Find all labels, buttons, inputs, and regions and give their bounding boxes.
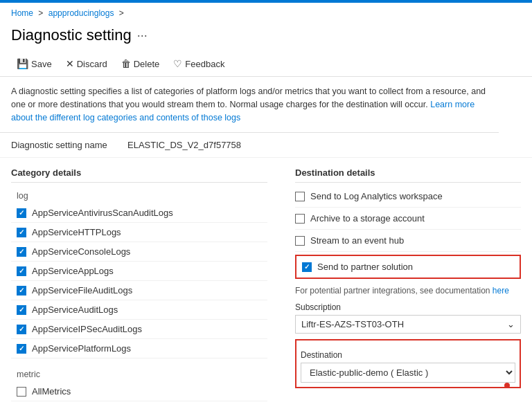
list-item: AppServiceConsoleLogs	[11, 242, 267, 262]
dest-label-4: Send to partner solution	[317, 262, 413, 272]
category-details-title: Category details	[11, 163, 267, 183]
breadcrumb-sep1: >	[38, 8, 43, 18]
checkbox-appserviceauditlogs[interactable]	[17, 305, 26, 315]
checkbox-appserviceconsolelogs[interactable]	[17, 247, 26, 257]
subscription-field-wrapper: Liftr-ES-AZS-TST03-OTH ⌄	[295, 315, 521, 334]
dest-label-1: Send to Log Analytics workspace	[310, 191, 443, 201]
right-panel: Destination details Send to Log Analytic…	[295, 163, 521, 402]
destination-eventhub: Stream to an event hub	[295, 230, 521, 252]
log-label-7: AppServiceIPSecAuditLogs	[32, 324, 142, 334]
page-header: Diagnostic setting ···	[0, 24, 532, 51]
destination-details-title: Destination details	[295, 163, 521, 183]
feedback-icon: ♡	[173, 58, 182, 69]
setting-name-label: Diagnostic setting name	[11, 140, 122, 150]
delete-icon: 🗑	[121, 58, 131, 69]
setting-name-value: ELASTIC_DS_V2_d7f57758	[127, 140, 241, 150]
description-text: A diagnostic setting specifies a list of…	[11, 87, 486, 109]
list-item: AppServicePlatformLogs	[11, 339, 267, 358]
log-label-4: AppServiceAppLogs	[32, 266, 114, 276]
log-label-3: AppServiceConsoleLogs	[32, 246, 130, 257]
discard-label: Discard	[77, 59, 107, 69]
partner-here-link[interactable]: here	[493, 286, 509, 296]
description-area: A diagnostic setting specifies a list of…	[0, 77, 499, 133]
save-button[interactable]: 💾 Save	[11, 55, 57, 72]
feedback-label: Feedback	[185, 59, 224, 69]
list-item: AppServiceIPSecAuditLogs	[11, 320, 267, 339]
log-label-8: AppServicePlatformLogs	[32, 343, 131, 354]
breadcrumb-resource[interactable]: appproducinglogs	[48, 8, 114, 18]
indicator-area	[295, 388, 521, 402]
subscription-chevron-icon: ⌄	[507, 319, 515, 329]
save-label: Save	[31, 59, 52, 69]
checkbox-appserviceantivirusscanauditlogs[interactable]	[17, 208, 26, 218]
metric-label-1: AllMetrics	[32, 386, 71, 397]
destination-select[interactable]: Elastic-public-demo ( Elastic )	[301, 363, 515, 383]
destination-select-container: Elastic-public-demo ( Elastic )	[301, 363, 515, 383]
checkbox-archive-storage[interactable]	[295, 214, 305, 224]
dest-label-3: Stream to an event hub	[310, 235, 404, 246]
discard-icon: ✕	[66, 58, 74, 69]
checkbox-appservicehttplogs[interactable]	[17, 228, 26, 237]
page-title: Diagnostic setting	[11, 26, 132, 44]
delete-label: Delete	[134, 59, 160, 69]
delete-button[interactable]: 🗑 Delete	[116, 55, 166, 72]
discard-button[interactable]: ✕ Discard	[60, 55, 113, 72]
metric-subsection-title: metric	[11, 364, 267, 382]
log-label-5: AppServiceFileAuditLogs	[32, 285, 132, 296]
feedback-button[interactable]: ♡ Feedback	[168, 55, 230, 72]
destination-analytics: Send to Log Analytics workspace	[295, 185, 521, 208]
left-panel: Category details log AppServiceAntivirus…	[11, 163, 267, 402]
dest-label-2: Archive to a storage account	[310, 213, 425, 224]
log-label-2: AppServiceHTTPLogs	[32, 227, 121, 237]
list-item: AppServiceFileAuditLogs	[11, 281, 267, 300]
destination-label: Destination	[301, 350, 515, 360]
breadcrumb-home[interactable]: Home	[11, 8, 33, 18]
log-subsection-title: log	[11, 185, 267, 203]
checkbox-partner-solution[interactable]	[302, 262, 312, 272]
breadcrumb: Home > appproducinglogs >	[0, 3, 532, 24]
list-item: AppServiceHTTPLogs	[11, 223, 267, 242]
checkbox-log-analytics[interactable]	[295, 192, 305, 201]
breadcrumb-sep2: >	[119, 8, 124, 18]
subscription-select[interactable]: Liftr-ES-AZS-TST03-OTH ⌄	[295, 315, 521, 334]
metric-section: metric AllMetrics	[11, 364, 267, 401]
destination-partner-highlighted: Send to partner solution	[295, 255, 521, 279]
checkbox-stream-eventhub[interactable]	[295, 236, 305, 246]
save-icon: 💾	[17, 58, 28, 69]
subscription-label: Subscription	[295, 302, 521, 312]
destination-wrapper-highlighted: Destination Elastic-public-demo ( Elasti…	[295, 339, 521, 388]
list-item: AppServiceAuditLogs	[11, 300, 267, 320]
list-item: AppServiceAntivirusScanAuditLogs	[11, 203, 267, 223]
main-content: Category details log AppServiceAntivirus…	[0, 163, 532, 402]
checkbox-appservicefileauditlogs[interactable]	[17, 286, 26, 296]
subscription-value: Liftr-ES-AZS-TST03-OTH	[301, 319, 404, 329]
partner-note: For potential partner integrations, see …	[295, 282, 521, 297]
log-label-1: AppServiceAntivirusScanAuditLogs	[32, 208, 173, 218]
checkbox-allmetrics[interactable]	[17, 387, 26, 397]
list-item: AppServiceAppLogs	[11, 262, 267, 281]
toolbar: 💾 Save ✕ Discard 🗑 Delete ♡ Feedback	[0, 51, 532, 77]
list-item: AllMetrics	[11, 382, 267, 401]
log-label-6: AppServiceAuditLogs	[32, 305, 118, 315]
partner-note-text: For potential partner integrations, see …	[295, 286, 490, 296]
more-options-icon[interactable]: ···	[137, 28, 148, 43]
destination-storage: Archive to a storage account	[295, 208, 521, 230]
checkbox-appserviceplatformlogs[interactable]	[17, 344, 26, 354]
setting-name-row: Diagnostic setting name ELASTIC_DS_V2_d7…	[0, 133, 532, 158]
checkbox-appserviceapplogs[interactable]	[17, 266, 26, 276]
checkbox-appserviceipsecauditlogs[interactable]	[17, 325, 26, 334]
